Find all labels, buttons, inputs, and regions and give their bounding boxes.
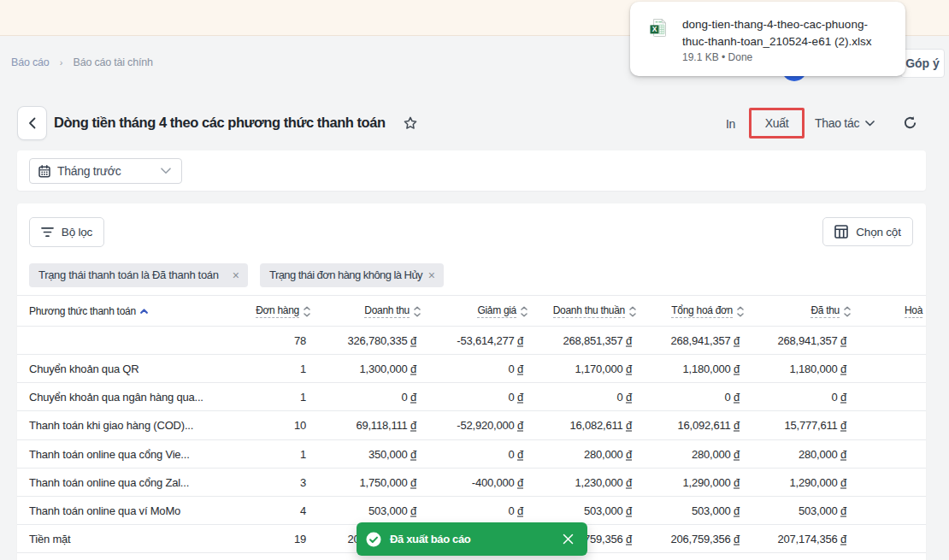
- svg-text:X: X: [652, 25, 657, 33]
